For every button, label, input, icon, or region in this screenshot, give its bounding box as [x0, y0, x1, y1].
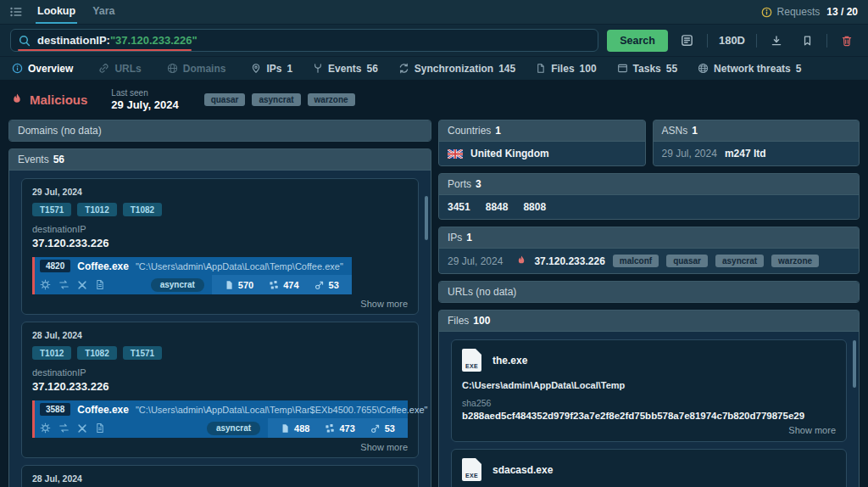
- process-row[interactable]: 3588 Coffee.exe "C:\Users\admin\AppData\…: [32, 400, 408, 438]
- countries-panel-title: Countries: [448, 125, 491, 137]
- file-stat-icon: [281, 423, 290, 434]
- process-path: "C:\Users\admin\AppData\Local\Temp\Coffe…: [136, 261, 343, 271]
- event-date: 28 Jul, 2024: [32, 473, 408, 484]
- tab-events[interactable]: Events56: [313, 63, 378, 75]
- asns-panel: ASNs 1 29 Jul, 2024 m247 ltd: [653, 120, 860, 166]
- urls-panel-title: URLs (no data): [448, 286, 516, 298]
- period-selector[interactable]: 180D: [716, 34, 748, 47]
- mitre-tag[interactable]: T1012: [77, 203, 116, 216]
- divider: [707, 34, 708, 48]
- query-error-underline: [18, 49, 192, 51]
- file-path: C:\Users\admin\AppData\Local\Temp: [462, 380, 836, 390]
- verdict-tags: quasar asyncrat warzone: [204, 93, 355, 106]
- tab-overview[interactable]: Overview: [12, 63, 78, 75]
- mitre-tag[interactable]: T1571: [123, 346, 162, 360]
- search-input[interactable]: destinationIP:"37.120.233.226": [10, 29, 598, 52]
- download-button[interactable]: [765, 30, 787, 52]
- ports-panel-count: 3: [476, 178, 481, 190]
- tab-lookup[interactable]: Lookup: [36, 0, 77, 24]
- query-report-button[interactable]: [676, 30, 698, 52]
- ports-panel-title: Ports: [448, 178, 471, 190]
- mitre-tag[interactable]: T1082: [77, 346, 116, 360]
- connections-stat: 53: [307, 280, 347, 290]
- tab-tasks[interactable]: Tasks55: [617, 63, 678, 75]
- tab-network-threats[interactable]: Network threats5: [698, 63, 801, 75]
- file-stat-icon: [225, 280, 234, 290]
- process-capability-icons: [35, 418, 112, 438]
- ip-row[interactable]: 29 Jul, 2024 37.120.233.226 malconf quas…: [439, 249, 859, 273]
- tab-yara[interactable]: Yara: [91, 0, 116, 24]
- menu-list-icon[interactable]: [10, 7, 22, 17]
- ips-panel: IPs 1 29 Jul, 2024 37.120.233.226 malcon…: [438, 227, 860, 274]
- mitre-tag[interactable]: T1571: [32, 203, 71, 216]
- domains-panel: Domains (no data): [8, 120, 431, 142]
- connections-stat: 53: [363, 423, 403, 434]
- search-button[interactable]: Search: [607, 30, 668, 52]
- process-stats: 488 473 53: [268, 418, 408, 438]
- countries-panel: Countries 1 United Kingdom: [438, 120, 646, 166]
- event-card: 28 Jul, 2024 T1571 T1012 T1082 destinati…: [21, 465, 419, 487]
- process-name: Coffee.exe: [77, 260, 129, 272]
- virus-icon: [40, 423, 51, 434]
- top-bar: Lookup Yara Requests 13 / 20: [0, 0, 868, 24]
- file-card: EXE sdacasd.exe C:\Users\admin\AppData\L…: [451, 449, 847, 487]
- files-panel: Files 100 EXE the.exe C:\Users\admin\App…: [438, 310, 860, 487]
- asns-panel-count: 1: [692, 125, 698, 137]
- tab-ips[interactable]: IPs1: [251, 63, 292, 75]
- tag-badge: asyncrat: [252, 93, 300, 106]
- requests-quota: Requests 13 / 20: [761, 6, 858, 18]
- asn-date: 29 Jul, 2024: [662, 148, 717, 160]
- country-row: United Kingdom: [439, 142, 645, 165]
- tools-icon: [77, 423, 87, 434]
- ports-panel: Ports 3 3451 8848 8808: [438, 173, 860, 220]
- port-value: 8848: [486, 201, 509, 213]
- verdict-label: Malicious: [30, 92, 87, 107]
- delete-query-button[interactable]: [836, 30, 858, 52]
- tag-badge: warzone: [308, 93, 355, 106]
- virus-icon: [40, 279, 51, 290]
- process-capability-icons: [35, 275, 112, 294]
- modules-stat: 474: [261, 280, 306, 290]
- tools-icon: [77, 280, 87, 290]
- file-name: the.exe: [492, 355, 527, 367]
- verdict-row: Malicious Last seen 29 July, 2024 quasar…: [12, 88, 856, 111]
- ips-panel-count: 1: [466, 232, 472, 244]
- exe-file-icon: EXE: [462, 349, 481, 372]
- files-stat: 570: [217, 280, 261, 290]
- malware-family-badge[interactable]: asyncrat: [151, 278, 204, 292]
- requests-value: 13 / 20: [826, 6, 858, 18]
- tab-files[interactable]: Files100: [536, 63, 596, 75]
- event-field-value: 37.120.233.226: [32, 237, 408, 249]
- files-scrollbar[interactable]: [853, 340, 856, 388]
- search-query: destinationIP:"37.120.233.226": [37, 34, 198, 47]
- mitre-tag[interactable]: T1012: [32, 346, 71, 360]
- swap-arrows-icon: [58, 423, 70, 434]
- grid-dots-icon: [325, 423, 335, 434]
- document-icon: [95, 279, 105, 290]
- files-stat: 488: [273, 423, 317, 434]
- country-name: United Kingdom: [470, 148, 549, 160]
- verdict-malicious: Malicious: [12, 92, 87, 107]
- event-date: 28 Jul, 2024: [32, 330, 408, 340]
- process-row[interactable]: 4820 Coffee.exe "C:\Users\admin\AppData\…: [32, 257, 352, 294]
- divider: [826, 34, 827, 48]
- show-more-link[interactable]: Show more: [32, 442, 408, 452]
- show-more-link[interactable]: Show more: [32, 299, 408, 309]
- mitre-tag[interactable]: T1082: [123, 203, 162, 216]
- section-tabs: Overview URLs Domains IPs1 Events56 Sync…: [0, 56, 868, 80]
- hash-type-label: sha256: [462, 398, 836, 408]
- file-card: EXE the.exe C:\Users\admin\AppData\Local…: [451, 339, 847, 442]
- search-bar: destinationIP:"37.120.233.226" Search 18…: [0, 24, 868, 56]
- malware-family-badge[interactable]: asyncrat: [207, 422, 260, 435]
- tab-urls: URLs: [98, 63, 146, 75]
- tab-synchronization[interactable]: Synchronization145: [398, 63, 515, 75]
- events-panel: Events 56 29 Jul, 2024 T1571 T1012 T1082…: [8, 148, 431, 487]
- show-more-link[interactable]: Show more: [462, 425, 836, 435]
- events-scrollbar[interactable]: [425, 196, 428, 240]
- exe-file-icon: EXE: [462, 458, 481, 481]
- asn-row: 29 Jul, 2024 m247 ltd: [654, 142, 860, 165]
- ip-value: 37.120.233.226: [534, 255, 604, 267]
- tag-badge: quasar: [204, 93, 246, 106]
- uk-flag-icon: [448, 149, 463, 159]
- bookmark-button[interactable]: [796, 30, 818, 52]
